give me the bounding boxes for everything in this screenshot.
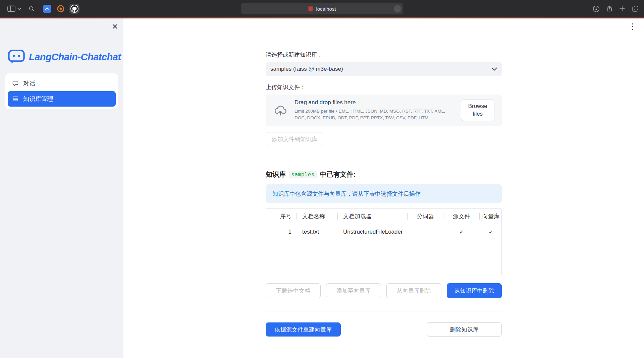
app-sidebar: ✕ LangChain-Chatchat 对话 xyxy=(0,18,123,362)
kb-files-heading: 知识库 samples 中已有文件: xyxy=(266,170,502,179)
select-chevron-down-icon xyxy=(492,67,497,71)
dropzone-title: Drag and drop files here xyxy=(294,99,454,106)
add-to-vector-store-button[interactable]: 添加至向量库 xyxy=(326,283,381,298)
rebuild-vector-store-button[interactable]: 依据源文件重建向量库 xyxy=(266,322,341,337)
sidebar-item-dialogue[interactable]: 对话 xyxy=(8,76,116,91)
sidebar-item-label: 对话 xyxy=(23,79,35,87)
add-files-to-kb-button[interactable]: 添加文件到知识库 xyxy=(266,132,323,146)
github-logo xyxy=(70,5,78,13)
kb-heading-prefix: 知识库 xyxy=(266,170,286,179)
header-splitter[interactable]: 分词器 xyxy=(408,209,443,224)
cell-doc-name: test.txt xyxy=(297,224,338,240)
address-bar[interactable]: localhost … xyxy=(241,3,403,14)
logo-text: LangChain-Chatchat xyxy=(29,52,121,63)
chat-bubble-icon xyxy=(12,80,19,87)
cell-index: 1 xyxy=(266,224,297,240)
sidebar-toggle-icon[interactable] xyxy=(7,5,15,12)
cell-vector-check: ✓ xyxy=(480,224,502,240)
kb-management-buttons: 依据源文件重建向量库 删除知识库 xyxy=(266,322,502,337)
site-favicon-icon xyxy=(308,6,313,11)
dropzone-text: Drag and drop files here Limit 200MB per… xyxy=(294,99,454,121)
orange-app-icon[interactable] xyxy=(57,5,65,13)
header-index[interactable]: 序号 xyxy=(266,209,297,224)
file-dropzone[interactable]: Drag and drop files here Limit 200MB per… xyxy=(266,95,502,126)
downloads-icon[interactable] xyxy=(593,5,600,12)
info-alert: 知识库中包含源文件与向量库，请从下表中选择文件后操作 xyxy=(266,184,502,203)
sidebar-menu: 对话 知识库管理 xyxy=(5,73,118,109)
main-area: ⋮ 请选择或新建知识库： samples (faiss @ m3e-base) … xyxy=(123,18,644,362)
blue-app-icon[interactable] xyxy=(43,5,51,13)
logo-chat-icon xyxy=(8,49,25,65)
kb-name-code: samples xyxy=(289,171,317,178)
header-vector[interactable]: 向量库 xyxy=(480,209,502,224)
search-icon[interactable] xyxy=(29,6,35,12)
file-action-buttons: 下载选中文档 添加至向量库 从向量库删除 从知识库中删除 xyxy=(266,283,502,298)
divider xyxy=(266,311,502,311)
toolbar-left-group xyxy=(5,4,79,14)
kb-select-label: 请选择或新建知识库： xyxy=(266,51,502,59)
delete-kb-button[interactable]: 删除知识库 xyxy=(427,322,502,337)
sidebar-item-knowledge-base[interactable]: 知识库管理 xyxy=(8,91,116,107)
sidebar-item-label: 知识库管理 xyxy=(23,95,53,103)
upload-label: 上传知识文件： xyxy=(266,83,502,91)
sidebar-close-icon[interactable]: ✕ xyxy=(112,23,118,31)
tab-overview-icon[interactable] xyxy=(632,5,639,12)
delete-from-kb-button[interactable]: 从知识库中删除 xyxy=(447,283,502,298)
table-row[interactable]: 1 test.txt UnstructuredFileLoader ✓ ✓ xyxy=(266,224,502,240)
knowledge-base-icon xyxy=(12,96,19,102)
cloud-upload-icon xyxy=(273,104,288,117)
address-more-icon[interactable]: … xyxy=(394,5,401,12)
app-logo: LangChain-Chatchat xyxy=(8,49,123,65)
header-doc-name[interactable]: 文档名称 xyxy=(297,209,338,224)
download-selected-button[interactable]: 下载选中文档 xyxy=(266,283,321,298)
github-icon[interactable] xyxy=(69,4,79,14)
toolbar-right-group xyxy=(593,5,639,12)
delete-from-vector-store-button[interactable]: 从向量库删除 xyxy=(386,283,441,298)
streamlit-menu-icon[interactable]: ⋮ xyxy=(629,22,637,31)
header-loader[interactable]: 文档加载器 xyxy=(338,209,408,224)
header-source[interactable]: 源文件 xyxy=(443,209,480,224)
divider xyxy=(266,155,502,155)
browse-files-button[interactable]: Browse files xyxy=(461,100,494,121)
kb-heading-suffix: 中已有文件: xyxy=(320,170,356,179)
dropzone-limit-text: Limit 200MB per file • EML, HTML, JSON, … xyxy=(294,108,454,121)
chevron-down-icon[interactable] xyxy=(17,8,21,10)
table-header-row: 序号 文档名称 文档加载器 分词器 源文件 向量库 xyxy=(266,209,502,224)
cell-loader: UnstructuredFileLoader xyxy=(338,224,408,240)
kb-select-value: samples (faiss @ m3e-base) xyxy=(270,66,343,72)
cell-source-check: ✓ xyxy=(443,224,480,240)
share-icon[interactable] xyxy=(606,5,612,12)
kb-select[interactable]: samples (faiss @ m3e-base) xyxy=(266,62,502,76)
cell-splitter xyxy=(408,224,443,240)
kb-files-table: 序号 文档名称 文档加载器 分词器 源文件 向量库 1 test.txt Uns xyxy=(266,208,502,275)
address-url: localhost xyxy=(316,6,336,12)
browser-toolbar: localhost … xyxy=(0,0,644,17)
new-tab-icon[interactable] xyxy=(619,6,625,12)
